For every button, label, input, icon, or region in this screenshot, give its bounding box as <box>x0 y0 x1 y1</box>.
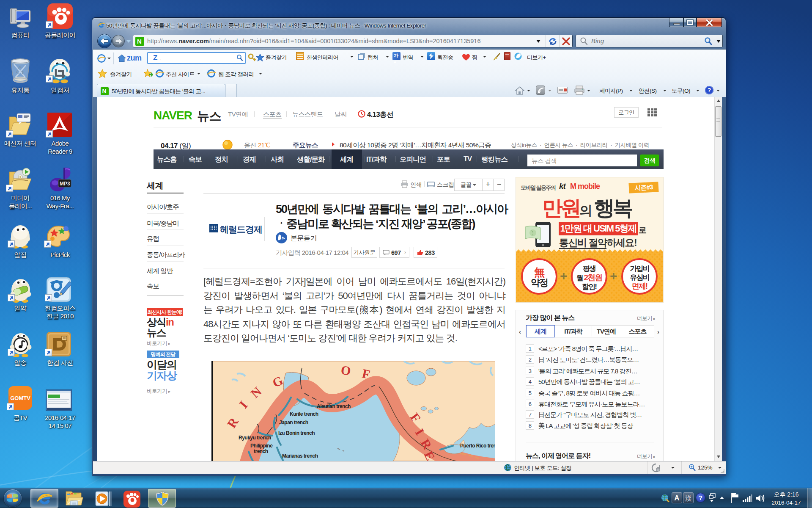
svg-text:O: O <box>340 363 351 378</box>
svg-text:Ryukyu trench: Ryukyu trench <box>239 435 271 441</box>
svg-text:Marianas trench: Marianas trench <box>282 453 318 459</box>
svg-text:Izu Bonin trench: Izu Bonin trench <box>278 430 315 436</box>
svg-text:GOMTV: GOMTV <box>10 395 30 401</box>
svg-text:Philippine: Philippine <box>250 443 273 449</box>
svg-text:?: ? <box>708 87 711 94</box>
svg-text:Aleutian trench: Aleutian trench <box>317 403 351 409</box>
svg-text:Japan trench: Japan trench <box>279 420 308 425</box>
svg-text:trench: trench <box>254 448 268 454</box>
svg-text:Puerto Rico trench: Puerto Rico trench <box>460 443 495 449</box>
svg-text:MP3: MP3 <box>60 181 70 187</box>
svg-text:Kurile trench: Kurile trench <box>290 411 318 417</box>
